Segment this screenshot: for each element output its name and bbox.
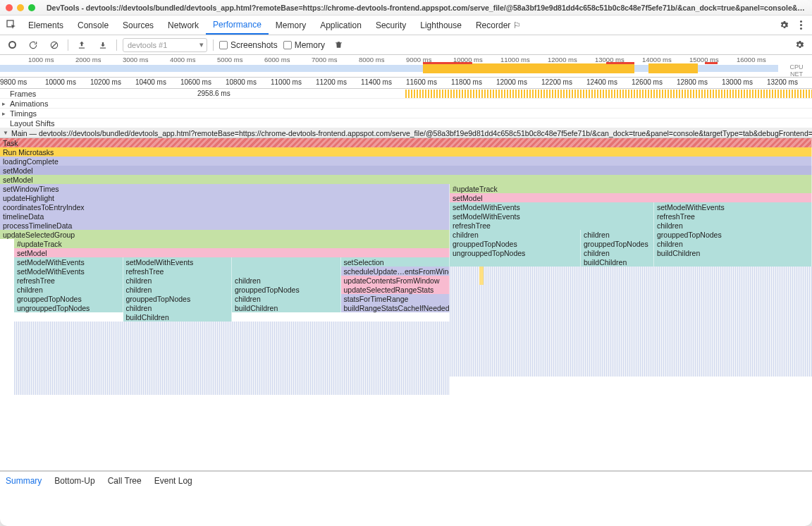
- maximize-icon[interactable]: [28, 4, 35, 11]
- track-layout-shifts[interactable]: Layout Shifts: [0, 118, 812, 128]
- flame-entry[interactable]: refreshTree: [123, 267, 233, 276]
- track-timings[interactable]: Timings: [0, 109, 812, 118]
- flame-entry[interactable]: coordinatesToEntryIndex: [0, 202, 450, 212]
- flame-entry[interactable]: [450, 257, 581, 267]
- flame-entry[interactable]: grouppedTopNodes: [654, 230, 812, 239]
- flame-entry[interactable]: grouppedTopNodes: [123, 294, 233, 303]
- trash-button[interactable]: [331, 37, 346, 53]
- flame-entry[interactable]: children: [123, 303, 233, 312]
- flame-entry[interactable]: timelineData: [0, 212, 450, 221]
- track-frames[interactable]: Frames 2958.6 ms: [0, 89, 812, 99]
- flame-entry[interactable]: #updateTrack: [450, 184, 812, 193]
- ruler-tick: 10600 ms: [180, 78, 211, 86]
- flame-entry[interactable]: grouppedTopNodes: [581, 239, 654, 248]
- tab-security[interactable]: Security: [369, 16, 413, 35]
- flame-entry[interactable]: grouppedTopNodes: [14, 294, 123, 303]
- flame-entry[interactable]: children: [581, 248, 654, 257]
- flame-entry[interactable]: updateHighlight: [0, 193, 450, 202]
- flame-entry[interactable]: children: [232, 276, 341, 285]
- flame-entry[interactable]: buildChildren: [123, 312, 233, 322]
- flame-entry[interactable]: [232, 257, 341, 267]
- tab-application[interactable]: Application: [313, 16, 369, 35]
- flame-entry[interactable]: setSelection: [341, 257, 450, 267]
- track-animations[interactable]: Animations: [0, 99, 812, 109]
- flame-entry[interactable]: loadingComplete: [0, 157, 812, 166]
- flame-entry[interactable]: setModel: [14, 248, 450, 257]
- flame-entry[interactable]: grouppedTopNodes: [450, 239, 581, 248]
- flame-entry[interactable]: children: [654, 221, 812, 230]
- flame-entry[interactable]: Task: [0, 138, 812, 147]
- close-icon[interactable]: [6, 4, 13, 11]
- minimize-icon[interactable]: [17, 4, 24, 11]
- ruler-tick: 11000 ms: [271, 78, 302, 86]
- reload-button[interactable]: [25, 37, 41, 53]
- flame-entry[interactable]: processTimelineData: [0, 221, 450, 230]
- tab-lighthouse[interactable]: Lighthouse: [413, 16, 469, 35]
- flame-entry[interactable]: setModel: [450, 193, 812, 202]
- flame-entry[interactable]: refreshTree: [450, 221, 654, 230]
- flame-entry[interactable]: [232, 267, 341, 276]
- flame-entry[interactable]: refreshTree: [14, 276, 123, 285]
- tab-summary[interactable]: Summary: [6, 473, 42, 489]
- flame-entry[interactable]: children: [581, 230, 654, 239]
- flame-entry[interactable]: setModelWithEvents: [14, 267, 123, 276]
- ruler-tick: 10200 ms: [90, 78, 121, 86]
- flame-entry[interactable]: buildChildren: [581, 257, 654, 267]
- memory-checkbox[interactable]: Memory: [283, 40, 325, 50]
- flame-entry[interactable]: setModelWithEvents: [14, 257, 123, 267]
- flame-entry[interactable]: buildRangeStatsCacheIfNeeded: [341, 303, 450, 312]
- flame-entry[interactable]: ungrouppedTopNodes: [450, 248, 581, 257]
- tab-console[interactable]: Console: [70, 16, 116, 35]
- tab-sources[interactable]: Sources: [116, 16, 161, 35]
- flame-entry[interactable]: Run Microtasks: [0, 147, 812, 157]
- inspect-icon[interactable]: [3, 17, 21, 34]
- flame-entry[interactable]: [654, 257, 812, 267]
- overview-tick: 14000 ms: [642, 56, 672, 63]
- settings-icon[interactable]: [775, 17, 792, 34]
- flame-entry[interactable]: children: [450, 230, 581, 239]
- flame-entry[interactable]: children: [654, 239, 812, 248]
- main-thread-header[interactable]: Main — devtools://devtools/bundled/devto…: [0, 128, 812, 138]
- flame-entry[interactable]: #updateTrack: [14, 239, 450, 248]
- flame-entry[interactable]: setModelWithEvents: [123, 257, 233, 267]
- flame-entry[interactable]: grouppedTopNodes: [232, 285, 341, 294]
- capture-settings-icon[interactable]: [791, 37, 808, 54]
- flame-entry[interactable]: setModelWithEvents: [654, 202, 812, 212]
- tab-elements[interactable]: Elements: [21, 16, 70, 35]
- clear-button[interactable]: [47, 37, 62, 53]
- flame-entry[interactable]: buildChildren: [232, 303, 341, 312]
- flame-entry[interactable]: children: [14, 285, 123, 294]
- timeline-ruler[interactable]: 9800 ms10000 ms10200 ms10400 ms10600 ms1…: [0, 78, 812, 89]
- flame-entry[interactable]: setModel: [0, 175, 812, 184]
- flame-entry[interactable]: setModel: [0, 166, 812, 175]
- flame-entry[interactable]: ungrouppedTopNodes: [14, 303, 123, 312]
- tab-memory[interactable]: Memory: [269, 16, 313, 35]
- flame-entry[interactable]: setModelWithEvents: [450, 212, 654, 221]
- tab-call-tree[interactable]: Call Tree: [108, 473, 142, 489]
- flame-entry[interactable]: children: [123, 276, 233, 285]
- timeline-overview[interactable]: CPU NET 1000 ms2000 ms3000 ms4000 ms5000…: [0, 55, 812, 78]
- flame-entry[interactable]: buildChildren: [654, 248, 812, 257]
- flame-entry[interactable]: updateSelectedRangeStats: [341, 285, 450, 294]
- screenshots-checkbox[interactable]: Screenshots: [219, 40, 278, 50]
- tab-performance[interactable]: Performance: [206, 16, 269, 35]
- tab-network[interactable]: Network: [161, 16, 206, 35]
- tab-bottom-up[interactable]: Bottom-Up: [54, 473, 94, 489]
- flame-entry[interactable]: children: [123, 285, 233, 294]
- flame-entry[interactable]: updateSelectedGroup: [0, 230, 450, 239]
- flame-entry[interactable]: refreshTree: [654, 212, 812, 221]
- flame-entry[interactable]: statsForTimeRange: [341, 294, 450, 303]
- flame-entry[interactable]: setWindowTimes: [0, 184, 450, 193]
- tab-event-log[interactable]: Event Log: [154, 473, 192, 489]
- more-icon[interactable]: [792, 17, 809, 34]
- download-button[interactable]: [95, 37, 111, 53]
- profile-select[interactable]: devtools #1: [123, 38, 207, 52]
- upload-button[interactable]: [74, 37, 90, 53]
- flame-entry[interactable]: scheduleUpdate…entsFromWindow: [341, 267, 450, 276]
- record-button[interactable]: [4, 37, 20, 53]
- flame-entry[interactable]: children: [232, 294, 341, 303]
- tab-recorder[interactable]: Recorder ⚐: [469, 16, 528, 35]
- flame-entry[interactable]: updateContentsFromWindow: [341, 276, 450, 285]
- flame-chart[interactable]: TaskRun MicrotasksloadingCompletesetMode…: [0, 138, 812, 471]
- flame-entry[interactable]: setModelWithEvents: [450, 202, 654, 212]
